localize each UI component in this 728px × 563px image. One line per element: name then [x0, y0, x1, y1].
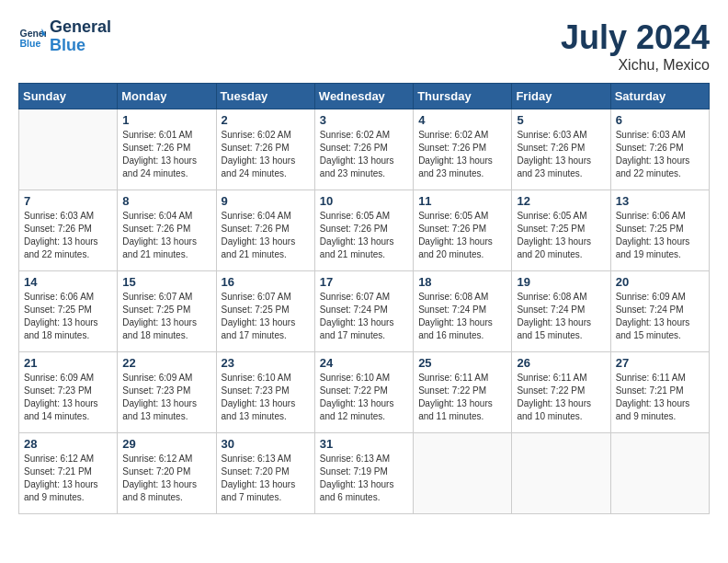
- daylight-label: Daylight: 13 hours and 13 minutes.: [122, 398, 197, 421]
- sunset-label: Sunset: 7:26 PM: [222, 224, 290, 234]
- calendar-cell: 1Sunrise: 6:01 AMSunset: 7:26 PMDaylight…: [118, 109, 216, 190]
- sunrise-label: Sunrise: 6:11 AM: [418, 373, 488, 383]
- sunrise-label: Sunrise: 6:08 AM: [418, 292, 488, 302]
- day-info: Sunrise: 6:04 AMSunset: 7:26 PMDaylight:…: [122, 210, 210, 261]
- day-number: 14: [24, 275, 112, 289]
- day-number: 4: [418, 113, 506, 127]
- day-number: 16: [222, 275, 310, 289]
- daylight-label: Daylight: 13 hours and 14 minutes.: [24, 398, 98, 421]
- month-title: July 2024: [561, 18, 710, 57]
- calendar-cell: [610, 433, 709, 514]
- sunset-label: Sunset: 7:26 PM: [24, 224, 92, 234]
- daylight-label: Daylight: 13 hours and 17 minutes.: [320, 317, 394, 340]
- day-number: 17: [320, 275, 408, 289]
- day-number: 13: [616, 194, 704, 208]
- logo: General Blue General Blue: [18, 18, 111, 55]
- sunset-label: Sunset: 7:25 PM: [24, 304, 92, 315]
- day-info: Sunrise: 6:02 AMSunset: 7:26 PMDaylight:…: [418, 129, 506, 180]
- weekday-header-saturday: Saturday: [610, 84, 709, 109]
- daylight-label: Daylight: 13 hours and 24 minutes.: [122, 155, 197, 178]
- sunset-label: Sunset: 7:26 PM: [320, 224, 388, 234]
- weekday-header-sunday: Sunday: [19, 84, 118, 109]
- day-number: 28: [24, 437, 112, 451]
- sunset-label: Sunset: 7:24 PM: [320, 304, 388, 315]
- week-row-0: 1Sunrise: 6:01 AMSunset: 7:26 PMDaylight…: [19, 109, 710, 190]
- calendar-cell: 22Sunrise: 6:09 AMSunset: 7:23 PMDayligh…: [118, 352, 216, 433]
- calendar-cell: 6Sunrise: 6:03 AMSunset: 7:26 PMDaylight…: [610, 109, 709, 190]
- day-number: 12: [517, 194, 605, 208]
- calendar-cell: 7Sunrise: 6:03 AMSunset: 7:26 PMDaylight…: [19, 190, 118, 271]
- sunset-label: Sunset: 7:26 PM: [418, 224, 486, 234]
- day-info: Sunrise: 6:03 AMSunset: 7:26 PMDaylight:…: [616, 129, 704, 180]
- day-number: 10: [320, 194, 408, 208]
- sunrise-label: Sunrise: 6:09 AM: [122, 373, 192, 383]
- day-info: Sunrise: 6:11 AMSunset: 7:21 PMDaylight:…: [616, 372, 704, 423]
- day-number: 6: [616, 113, 704, 127]
- location: Xichu, Mexico: [561, 57, 710, 74]
- calendar-cell: [512, 433, 610, 514]
- sunset-label: Sunset: 7:26 PM: [122, 143, 190, 153]
- logo-general: General: [50, 18, 111, 37]
- calendar-cell: 25Sunrise: 6:11 AMSunset: 7:22 PMDayligh…: [414, 352, 512, 433]
- sunset-label: Sunset: 7:25 PM: [517, 224, 585, 234]
- sunset-label: Sunset: 7:20 PM: [222, 466, 290, 477]
- sunrise-label: Sunrise: 6:07 AM: [122, 292, 192, 302]
- day-number: 11: [418, 194, 506, 208]
- day-number: 9: [222, 194, 310, 208]
- daylight-label: Daylight: 13 hours and 6 minutes.: [320, 479, 394, 502]
- day-number: 22: [122, 356, 210, 370]
- day-info: Sunrise: 6:07 AMSunset: 7:24 PMDaylight:…: [320, 291, 408, 342]
- day-info: Sunrise: 6:02 AMSunset: 7:26 PMDaylight:…: [320, 129, 408, 180]
- calendar-cell: 2Sunrise: 6:02 AMSunset: 7:26 PMDaylight…: [216, 109, 314, 190]
- sunset-label: Sunset: 7:24 PM: [616, 304, 684, 315]
- daylight-label: Daylight: 13 hours and 16 minutes.: [418, 317, 493, 340]
- day-number: 7: [24, 194, 112, 208]
- daylight-label: Daylight: 13 hours and 9 minutes.: [24, 479, 98, 502]
- daylight-label: Daylight: 13 hours and 21 minutes.: [122, 236, 197, 259]
- day-info: Sunrise: 6:09 AMSunset: 7:24 PMDaylight:…: [616, 291, 704, 342]
- day-number: 23: [222, 356, 310, 370]
- sunset-label: Sunset: 7:23 PM: [24, 385, 92, 396]
- sunrise-label: Sunrise: 6:09 AM: [616, 292, 686, 302]
- calendar-cell: 26Sunrise: 6:11 AMSunset: 7:22 PMDayligh…: [512, 352, 610, 433]
- weekday-header-friday: Friday: [512, 84, 610, 109]
- week-row-3: 21Sunrise: 6:09 AMSunset: 7:23 PMDayligh…: [19, 352, 710, 433]
- calendar-body: 1Sunrise: 6:01 AMSunset: 7:26 PMDaylight…: [19, 109, 710, 514]
- daylight-label: Daylight: 13 hours and 22 minutes.: [616, 155, 690, 178]
- sunset-label: Sunset: 7:22 PM: [418, 385, 486, 396]
- sunrise-label: Sunrise: 6:05 AM: [517, 211, 586, 221]
- sunrise-label: Sunrise: 6:11 AM: [517, 373, 586, 383]
- day-info: Sunrise: 6:02 AMSunset: 7:26 PMDaylight:…: [222, 129, 310, 180]
- week-row-4: 28Sunrise: 6:12 AMSunset: 7:21 PMDayligh…: [19, 433, 710, 514]
- sunrise-label: Sunrise: 6:11 AM: [616, 373, 686, 383]
- logo-blue: Blue: [50, 37, 111, 55]
- calendar-cell: 3Sunrise: 6:02 AMSunset: 7:26 PMDaylight…: [314, 109, 413, 190]
- calendar-cell: 13Sunrise: 6:06 AMSunset: 7:25 PMDayligh…: [610, 190, 709, 271]
- day-number: 2: [222, 113, 310, 127]
- day-info: Sunrise: 6:10 AMSunset: 7:23 PMDaylight:…: [222, 372, 310, 423]
- day-info: Sunrise: 6:05 AMSunset: 7:26 PMDaylight:…: [418, 210, 506, 261]
- sunrise-label: Sunrise: 6:12 AM: [122, 454, 192, 464]
- daylight-label: Daylight: 13 hours and 20 minutes.: [418, 236, 493, 259]
- calendar-cell: 23Sunrise: 6:10 AMSunset: 7:23 PMDayligh…: [216, 352, 314, 433]
- calendar-cell: 12Sunrise: 6:05 AMSunset: 7:25 PMDayligh…: [512, 190, 610, 271]
- day-info: Sunrise: 6:05 AMSunset: 7:26 PMDaylight:…: [320, 210, 408, 261]
- calendar-cell: 24Sunrise: 6:10 AMSunset: 7:22 PMDayligh…: [314, 352, 413, 433]
- daylight-label: Daylight: 13 hours and 23 minutes.: [320, 155, 394, 178]
- day-info: Sunrise: 6:07 AMSunset: 7:25 PMDaylight:…: [222, 291, 310, 342]
- calendar-cell: 11Sunrise: 6:05 AMSunset: 7:26 PMDayligh…: [414, 190, 512, 271]
- daylight-label: Daylight: 13 hours and 15 minutes.: [517, 317, 591, 340]
- sunrise-label: Sunrise: 6:02 AM: [222, 130, 291, 140]
- sunrise-label: Sunrise: 6:03 AM: [24, 211, 94, 221]
- calendar-cell: 15Sunrise: 6:07 AMSunset: 7:25 PMDayligh…: [118, 271, 216, 352]
- sunset-label: Sunset: 7:26 PM: [320, 143, 388, 153]
- daylight-label: Daylight: 13 hours and 10 minutes.: [517, 398, 591, 421]
- daylight-label: Daylight: 13 hours and 20 minutes.: [517, 236, 591, 259]
- sunset-label: Sunset: 7:20 PM: [122, 466, 190, 477]
- day-number: 18: [418, 275, 506, 289]
- daylight-label: Daylight: 13 hours and 17 minutes.: [222, 317, 296, 340]
- week-row-2: 14Sunrise: 6:06 AMSunset: 7:25 PMDayligh…: [19, 271, 710, 352]
- day-info: Sunrise: 6:08 AMSunset: 7:24 PMDaylight:…: [418, 291, 506, 342]
- sunset-label: Sunset: 7:21 PM: [24, 466, 92, 477]
- daylight-label: Daylight: 13 hours and 19 minutes.: [616, 236, 690, 259]
